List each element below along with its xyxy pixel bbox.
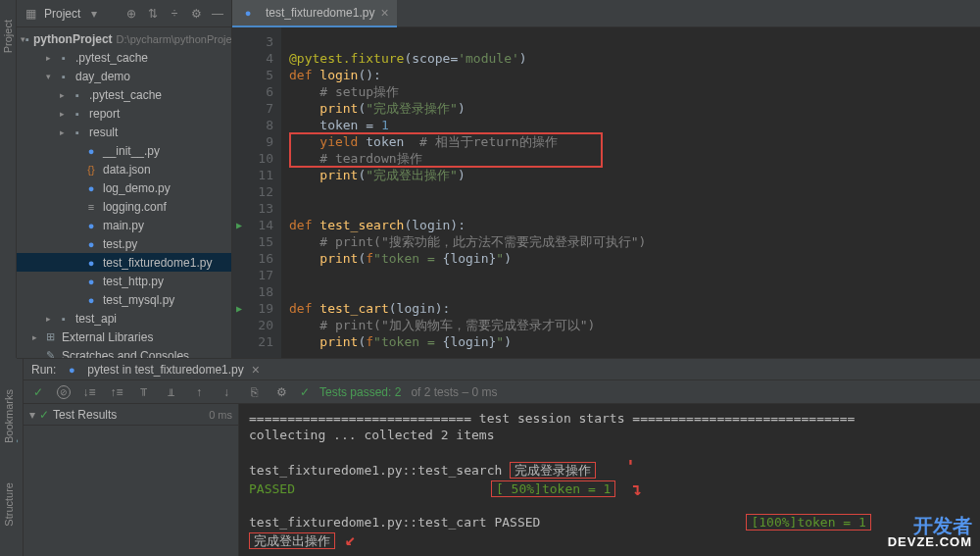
console-line: PASSED[ 50%]token = 1↴ [249,479,970,497]
target-icon[interactable]: ⊕ [123,6,139,22]
expand-all-icon[interactable]: ⫫ [163,383,180,401]
python-file-icon: ● [240,6,256,20]
run-toolbar: ✓ ⊘ ↓≡ ↑≡ ⫪ ⫫ ↑ ↓ ⎘ ⚙ ✓ Tests passed: 2 … [24,380,980,404]
structure-tab-vertical[interactable]: Structure [3,482,15,527]
test-results-row[interactable]: ▾ ✓ Test Results 0 ms [24,404,238,426]
sort-icon[interactable]: ↓≡ [80,383,98,401]
console-line [249,443,970,460]
tree-row[interactable]: ●test_http.py [17,272,231,290]
sidebar-header: ▦ Project ▾ ⊕ ⇅ ÷ ⚙ — [17,0,231,27]
close-icon[interactable]: × [252,362,260,378]
console-line [249,497,970,514]
bookmarks-tab-vertical[interactable]: Bookmarks [3,389,15,443]
console-line: collecting ... collected 2 items [249,427,970,443]
project-tree: ▾▪pythonProjectD:\pycharm\pythonProject▸… [17,27,231,358]
editor-tab[interactable]: ● test_fixturedome1.py × [232,0,397,27]
sort2-icon[interactable]: ↑≡ [108,383,125,401]
test-results-label: Test Results [53,408,209,422]
console-line: ============================= test sessi… [249,410,970,427]
tree-row-root[interactable]: ▾▪pythonProjectD:\pycharm\pythonProject [17,29,231,48]
tree-row[interactable]: ●main.py [17,216,231,234]
dropdown-icon[interactable]: ▾ [86,6,102,22]
tree-row[interactable]: ●test_fixturedome1.py [17,253,231,272]
tree-row[interactable]: ▸▪.pytest_cache [17,48,231,67]
tree-row[interactable]: ▸▪.pytest_cache [17,85,231,104]
project-tab-vertical[interactable]: Project [2,20,14,53]
tree-row[interactable]: ●__init__.py [17,141,231,160]
tree-row[interactable]: ▸⊞External Libraries [17,328,231,346]
down-icon[interactable]: ↓ [218,383,235,401]
left-gutter: Project [0,0,17,358]
tree-row[interactable]: ●log_demo.py [17,178,231,197]
tree-row[interactable]: ▸▪result [17,123,231,141]
project-icon: ▦ [23,6,38,22]
chevron-down-icon: ▾ [29,408,35,422]
test-tree: ▾ ✓ Test Results 0 ms [24,404,239,556]
up-icon[interactable]: ↑ [190,383,208,401]
editor-tabs: ● test_fixturedome1.py × [232,0,980,27]
settings-icon[interactable]: ⚙ [272,383,290,401]
tests-passed-count: Tests passed: 2 [319,385,401,399]
expand-icon[interactable]: ⇅ [145,6,161,22]
tree-row[interactable]: {}data.json [17,160,231,178]
close-icon[interactable]: × [380,5,388,21]
gear-icon[interactable]: ⚙ [188,6,204,22]
tree-row[interactable]: ✎Scratches and Consoles [17,346,231,358]
collapse-icon[interactable]: ÷ [167,6,182,22]
check-icon[interactable]: ✓ [29,383,47,401]
run-tab[interactable]: ● pytest in test_fixturedome1.py × [64,362,260,378]
run-label: Run: [31,363,56,377]
run-header: Run: ● pytest in test_fixturedome1.py × [24,359,980,380]
hide-icon[interactable]: — [210,6,225,22]
console-line: test_fixturedome1.py::test_search 完成登录操作… [249,460,970,479]
editor-area: ● test_fixturedome1.py × 345678910111213… [232,0,980,358]
no-icon[interactable]: ⊘ [57,385,71,399]
run-panel: ▶ ↻ ✎ 🔧 Run: ● pytest in test_fixturedom… [0,358,980,556]
check-icon: ✓ [39,408,49,422]
tree-row[interactable]: ▾▪day_demo [17,67,231,85]
code-body[interactable]: @pytest.fixture(scope='module')def login… [281,27,980,358]
console-output[interactable]: ============================= test sessi… [239,404,980,556]
tab-filename: test_fixturedome1.py [266,6,374,20]
filter-icon[interactable]: ⫪ [135,383,153,401]
test-results-time: 0 ms [209,409,232,421]
project-sidebar: ▦ Project ▾ ⊕ ⇅ ÷ ⚙ — ▾▪pythonProjectD:\… [17,0,232,358]
sidebar-title: Project [44,7,80,21]
tree-row[interactable]: ▸▪report [17,104,231,123]
tree-row[interactable]: ●test_mysql.py [17,290,231,309]
tree-row[interactable]: ≡logging.conf [17,197,231,216]
console-line: test_fixturedome1.py::test_cart PASSED[1… [249,514,970,531]
tree-row[interactable]: ●test.py [17,234,231,253]
console-line: 完成登出操作↙ [249,531,970,549]
line-gutter: 345678910111213▶1415161718▶192021 [232,27,281,358]
code-editor[interactable]: 345678910111213▶1415161718▶192021 @pytes… [232,27,980,358]
tests-total: of 2 tests – 0 ms [411,385,497,399]
passed-check-icon: ✓ [300,385,310,399]
left-bottom-tabs: Bookmarks Structure [0,358,17,556]
export-icon[interactable]: ⎘ [245,383,263,401]
tree-row[interactable]: ▸▪test_api [17,309,231,328]
python-file-icon: ● [64,363,79,377]
